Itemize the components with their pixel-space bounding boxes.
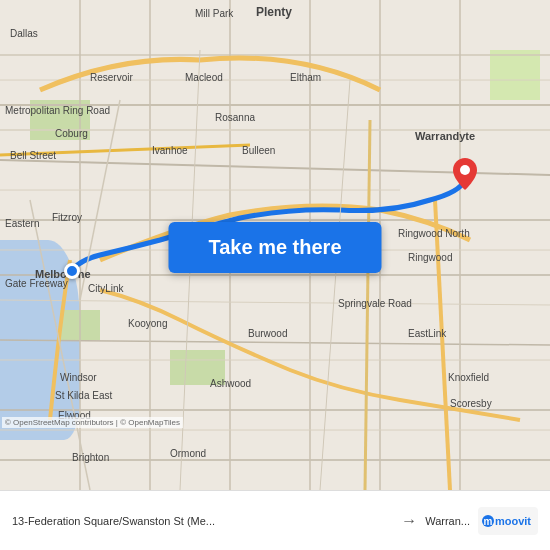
svg-text:moovit: moovit [495,515,531,527]
bottom-from-text: 13-Federation Square/Swanston St (Me... [12,515,393,527]
map-container: Plenty Mill Park Dallas Reservoir Macleo… [0,0,550,490]
svg-line-21 [0,145,250,155]
take-me-there-button[interactable]: Take me there [168,222,381,273]
svg-line-24 [30,200,90,490]
svg-line-27 [320,80,350,490]
svg-text:m: m [484,516,493,527]
svg-line-5 [0,340,550,345]
map-attribution: © OpenStreetMap contributors | © OpenMap… [2,417,183,428]
bottom-to-text: Warran... [425,515,470,527]
svg-line-22 [435,200,450,490]
svg-line-18 [0,300,550,305]
moovit-logo-svg: m moovit [478,507,538,535]
bottom-arrow: → [401,512,417,530]
bottom-bar: 13-Federation Square/Swanston St (Me... … [0,490,550,550]
destination-marker [453,158,477,190]
svg-line-23 [365,120,370,490]
svg-point-28 [460,165,470,175]
origin-marker [64,263,80,279]
moovit-logo: m moovit [478,507,538,535]
bottom-from-container: 13-Federation Square/Swanston St (Me... [12,515,393,527]
